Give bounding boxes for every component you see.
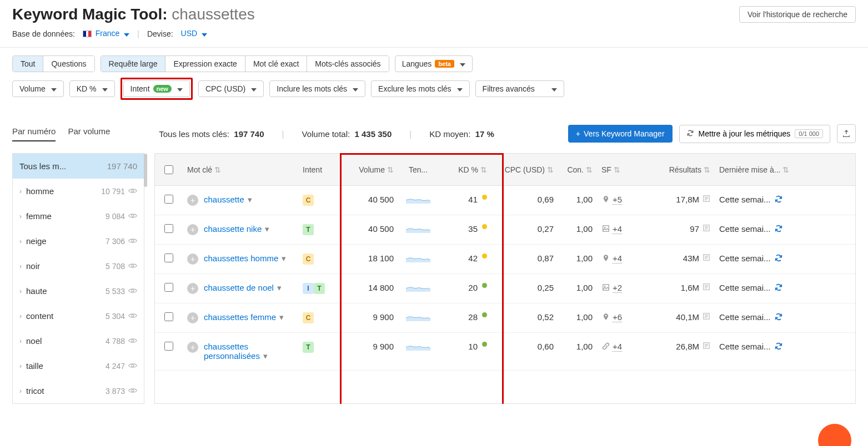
caret-down-icon[interactable]: ▾: [263, 351, 268, 361]
sidebar-item-noir[interactable]: ›noir5 708: [13, 254, 144, 278]
eye-icon[interactable]: [128, 312, 137, 321]
filter-include[interactable]: Inclure les mots clés: [269, 80, 365, 97]
filter-volume[interactable]: Volume: [12, 80, 64, 97]
col-volume[interactable]: Volume⇅: [337, 165, 398, 174]
cell-kd: 10: [438, 342, 491, 351]
db-selector[interactable]: France: [83, 29, 129, 38]
sidebar-item-noel[interactable]: ›noel4 788: [13, 328, 144, 353]
refresh-row-button[interactable]: [774, 312, 783, 323]
col-updated[interactable]: Dernière mise à...⇅: [715, 165, 804, 174]
sidebar-item-tricot[interactable]: ›tricot3 873: [13, 378, 144, 403]
sidebar-item-haute[interactable]: ›haute5 533: [13, 278, 144, 303]
serp-count[interactable]: +5: [613, 195, 622, 205]
serp-count[interactable]: +4: [613, 254, 622, 263]
serp-count[interactable]: +6: [613, 312, 622, 322]
refresh-row-button[interactable]: [774, 283, 783, 293]
sidebar-item-femme[interactable]: ›femme9 084: [13, 204, 144, 229]
serp-icon[interactable]: [703, 254, 710, 263]
sidebar-item-homme[interactable]: ›homme10 791: [13, 179, 144, 204]
keyword-link[interactable]: chaussette de noel: [204, 283, 274, 292]
keyword-link[interactable]: chaussettes personnalisées: [204, 342, 260, 361]
row-checkbox[interactable]: [164, 224, 173, 233]
serp-icon[interactable]: [703, 342, 710, 351]
serp-icon[interactable]: [703, 312, 710, 322]
serp-icon[interactable]: [703, 283, 710, 292]
row-checkbox[interactable]: [164, 254, 173, 262]
add-keyword-button[interactable]: +: [187, 195, 198, 206]
tab-questions[interactable]: Questions: [43, 56, 94, 72]
tab-all[interactable]: Tout: [13, 56, 43, 72]
serp-feature-icon: [601, 254, 610, 262]
kd-dot-icon: [482, 224, 487, 229]
eye-icon[interactable]: [128, 212, 137, 221]
col-sf[interactable]: SF⇅: [597, 165, 643, 174]
row-checkbox[interactable]: [164, 195, 173, 204]
tab-related[interactable]: Mots-clés associés: [307, 56, 388, 72]
tab-by-volume[interactable]: Par volume: [68, 126, 110, 141]
add-keyword-button[interactable]: +: [187, 254, 198, 265]
tab-phrase[interactable]: Expression exacte: [165, 56, 245, 72]
serp-count[interactable]: +4: [613, 342, 622, 352]
to-keyword-manager-button[interactable]: + Vers Keyword Manager: [568, 125, 673, 143]
export-button[interactable]: [837, 124, 856, 143]
tab-exact[interactable]: Mot clé exact: [245, 56, 307, 72]
scrollbar[interactable]: [144, 154, 147, 187]
tab-broad[interactable]: Requête large: [101, 56, 166, 72]
history-button[interactable]: Voir l'historique de recherche: [739, 6, 856, 23]
eye-icon[interactable]: [128, 237, 137, 246]
col-kd[interactable]: KD %⇅: [438, 165, 491, 174]
sidebar-item-content[interactable]: ›content5 304: [13, 303, 144, 328]
col-con[interactable]: Con.⇅: [558, 165, 597, 174]
eye-icon[interactable]: [128, 262, 137, 271]
eye-icon[interactable]: [128, 387, 137, 396]
col-results[interactable]: Résultats⇅: [643, 165, 715, 174]
eye-icon[interactable]: [128, 287, 137, 296]
filter-cpc[interactable]: CPC (USD): [198, 80, 264, 97]
serp-count[interactable]: +2: [613, 283, 622, 293]
serp-count[interactable]: +4: [613, 224, 622, 234]
filter-kd[interactable]: KD %: [69, 80, 115, 97]
keyword-link[interactable]: chaussettes homme: [204, 254, 278, 263]
keyword-link[interactable]: chaussette nike: [204, 224, 262, 234]
col-keyword[interactable]: Mot clé⇅: [183, 165, 298, 174]
serp-icon[interactable]: [703, 195, 710, 204]
update-metrics-button[interactable]: Mettre à jour les métriques 0/1 000: [679, 125, 830, 143]
refresh-row-button[interactable]: [774, 224, 783, 235]
keyword-link[interactable]: chaussettes femme: [204, 312, 276, 322]
sidebar-item-neige[interactable]: ›neige7 306: [13, 229, 144, 254]
tab-by-number[interactable]: Par numéro: [12, 126, 56, 141]
col-intent[interactable]: Intent: [298, 165, 337, 174]
filter-intent[interactable]: Intent new: [123, 80, 190, 97]
caret-down-icon[interactable]: ▾: [265, 224, 269, 234]
select-all-checkbox[interactable]: [164, 165, 173, 174]
caret-down-icon[interactable]: ▾: [248, 195, 252, 204]
eye-icon[interactable]: [128, 337, 137, 346]
stat-kd-label: KD moyen:: [429, 129, 470, 139]
caret-down-icon[interactable]: ▾: [279, 312, 284, 322]
sidebar-all-keywords[interactable]: Tous les m... 197 740: [13, 154, 144, 179]
col-trend[interactable]: Ten...: [398, 165, 438, 174]
filter-exclude[interactable]: Exclure les mots clés: [371, 80, 469, 97]
languages-dropdown[interactable]: Langues beta: [395, 55, 473, 72]
refresh-row-button[interactable]: [774, 342, 783, 352]
row-checkbox[interactable]: [164, 312, 173, 321]
add-keyword-button[interactable]: +: [187, 342, 198, 353]
cell-kd: 41: [438, 195, 491, 204]
add-keyword-button[interactable]: +: [187, 283, 198, 294]
eye-icon[interactable]: [128, 362, 137, 371]
refresh-row-button[interactable]: [774, 195, 783, 205]
row-checkbox[interactable]: [164, 283, 173, 292]
add-keyword-button[interactable]: +: [187, 312, 198, 323]
col-cpc[interactable]: CPC (USD)⇅: [491, 165, 558, 174]
caret-down-icon[interactable]: ▾: [282, 254, 286, 263]
filter-advanced[interactable]: Filtres avancés: [475, 80, 564, 97]
currency-selector[interactable]: USD: [181, 29, 207, 38]
serp-icon[interactable]: [703, 224, 710, 234]
add-keyword-button[interactable]: +: [187, 224, 198, 235]
caret-down-icon[interactable]: ▾: [277, 283, 282, 292]
refresh-row-button[interactable]: [774, 254, 783, 264]
row-checkbox[interactable]: [164, 342, 173, 351]
eye-icon[interactable]: [128, 187, 137, 196]
sidebar-item-taille[interactable]: ›taille4 247: [13, 353, 144, 378]
keyword-link[interactable]: chaussette: [204, 195, 244, 204]
